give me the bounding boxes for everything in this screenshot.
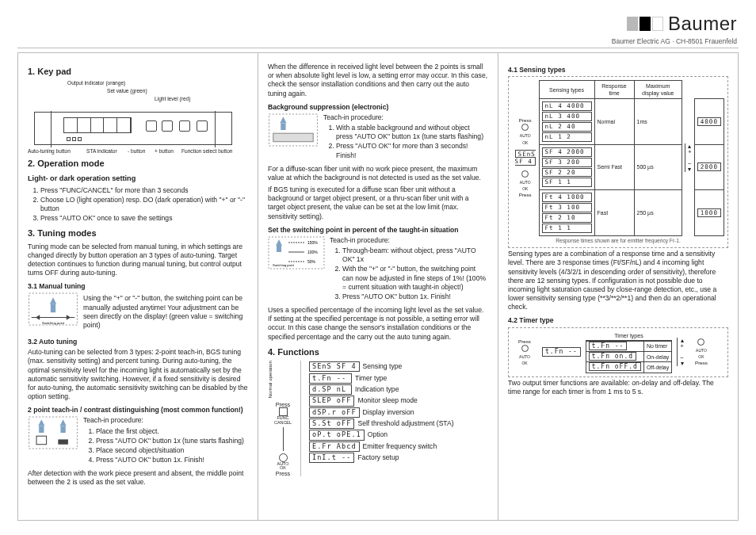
sub-light-dark: Light- or dark operation setting: [28, 174, 248, 184]
list-item: Place the first object.: [96, 427, 248, 436]
function-row: E.Fr AbcdEmitter frequency switch: [309, 441, 454, 452]
sensing-max: 1000: [694, 190, 724, 235]
th-sensing-types: Sensing types: [539, 81, 594, 99]
timer-row: t.Fn oFF.dOff-delay: [586, 362, 672, 373]
sensing-lcd: nL 1 2: [542, 132, 592, 142]
sensing-lcds: nL 4 4000nL 3 400nL 2 40nL 1 2: [539, 99, 594, 144]
list-item: Press "AUTO OK" button 1x (tune starts f…: [96, 437, 248, 445]
auto-tuning-desc: Auto-tuning can be selected from 3 types…: [28, 348, 248, 401]
functions-table: SEnS SF 4Sensing typet.Fn --Timer typed.…: [309, 361, 454, 476]
function-label: Option: [368, 430, 388, 439]
brand-subtitle: Baumer Electric AG · CH-8501 Frauenfeld: [612, 37, 737, 46]
sensing-types-desc: Sensing types are a combination of a res…: [508, 250, 728, 311]
list-item: With a stable background and without obj…: [336, 124, 488, 141]
func-cancel-label: FUNCCANCEL: [268, 416, 298, 425]
svg-rect-11: [60, 426, 65, 433]
sensing-max-lcd: 4000: [697, 117, 721, 126]
timer-label: No timer: [643, 341, 671, 351]
callout-func-btn: Function select button: [181, 148, 233, 155]
function-label: Self threshold adjustment (STA): [357, 419, 453, 428]
sensing-type-name: Normal: [594, 99, 634, 144]
function-label: Sensing type: [363, 362, 403, 371]
function-lcd: SEnS SF 4: [309, 361, 360, 372]
pct-proc-label: Teach-in procedure:: [330, 236, 488, 245]
svg-marker-8: [38, 420, 44, 426]
function-label: Indication type: [355, 385, 399, 394]
function-label: Emitter frequency switch: [363, 442, 437, 451]
svg-text:Switching point: Switching point: [42, 321, 65, 325]
callout-sta-ind: STA indicator: [86, 148, 117, 155]
function-lcd: t.Fn --: [309, 373, 352, 384]
function-label: Monitor sleep mode: [357, 396, 417, 405]
sensing-max-lcd: 1000: [697, 208, 721, 217]
sensing-lcd: Ft 4 1000: [542, 193, 592, 202]
sensing-max-lcd: 2000: [697, 162, 721, 171]
list-item: Press "FUNC/CANCEL" for more than 3 seco…: [40, 186, 248, 195]
sensing-time: 500 µs: [634, 144, 682, 189]
sensing-lcd: Ft 1 1: [542, 224, 592, 233]
timer-row: t.Fn --No timer: [586, 341, 672, 351]
function-lcd: InI.t --: [309, 453, 354, 463]
svg-marker-1: [50, 298, 56, 304]
function-label: Display inversion: [363, 408, 414, 417]
svg-rect-2: [51, 304, 55, 313]
sensing-max: 4000: [694, 99, 724, 144]
callout-set-value: Set value (green): [107, 88, 147, 95]
btn-plus: [179, 120, 190, 132]
column-2: When the difference in received light le…: [258, 53, 498, 520]
bgs-list: With a stable background and without obj…: [336, 124, 488, 160]
list-item: With the "+" or "-" button, the switchin…: [342, 265, 488, 292]
function-row: SLEP oFFMonitor sleep mode: [309, 396, 454, 406]
timer-label: On-delay: [643, 352, 671, 362]
svg-text:50%: 50%: [307, 259, 316, 264]
timer-lcd: t.Fn on.d: [589, 352, 636, 361]
svg-rect-13: [58, 440, 68, 445]
sub-timer-type: 4.2 Timer type: [508, 316, 728, 325]
sub-pct: Set the switching point in percent of th…: [268, 226, 488, 235]
svg-text:150%: 150%: [307, 240, 318, 245]
sensing-lcd: SF 1 1: [542, 178, 592, 187]
function-lcd: SLEP oFF: [309, 396, 354, 406]
fig-pct: 150% 100% 50% Switching point: [268, 236, 325, 269]
sensing-lcd: SF 3 200: [542, 158, 592, 167]
callout-inc-btn: + button: [155, 148, 174, 155]
callout-output-indicator: Output indicator (orange): [67, 80, 125, 87]
sub-auto-tuning: 3.2 Auto tuning: [28, 338, 248, 346]
brand-name: Baumer: [668, 11, 737, 36]
svg-marker-5: [36, 315, 40, 320]
svg-marker-10: [59, 420, 66, 426]
function-row: S.St oFFSelf threshold adjustment (STA): [309, 418, 454, 429]
sec-tuning-modes: 3. Tuning modes: [28, 227, 248, 239]
tuning-modes-desc: Tuning mode can be selected from manual …: [28, 243, 248, 278]
auto-ok-label: AUTOOK: [696, 348, 707, 359]
function-row: dSP.r oFFDisplay inversion: [309, 407, 454, 418]
list-item: Place second object/situation: [96, 446, 248, 455]
column-1: 1. Key pad Output indicator (orange) Set…: [18, 53, 258, 520]
list-item: Press "AUTO OK" once to save the setting…: [40, 214, 248, 223]
svg-text:Switching point: Switching point: [273, 263, 295, 267]
sensing-lcd-current: SEnS SF 4: [515, 150, 536, 166]
press-label: Press: [514, 117, 536, 124]
th-max-display: Maximum display value: [634, 81, 682, 99]
page-frame: 1. Key pad Output indicator (orange) Set…: [17, 52, 739, 521]
functions-controls: Normal operation Press FUNCCANCEL AUTOOK…: [268, 361, 301, 476]
sec-functions: 4. Functions: [268, 346, 488, 357]
sensing-type-name: Fast: [594, 190, 634, 235]
updown-arrows: ▴+−▾: [677, 338, 684, 366]
timer-lcd-current: t.Fn --: [542, 347, 581, 357]
callout-dec-btn: - button: [128, 148, 145, 155]
btn-auto-ok-icon: [697, 338, 704, 346]
list-item: Press "AUTO OK" for more than 3 seconds!…: [336, 142, 488, 159]
column-3: 4.1 Sensing types Press AUTOOK SEnS SF 4…: [498, 53, 738, 520]
function-label: Timer type: [355, 374, 387, 383]
function-row: SEnS SF 4Sensing type: [309, 361, 454, 372]
press-label: Press: [689, 360, 714, 366]
sec-operation-mode: 2. Operation mode: [28, 158, 248, 169]
bgs-proc-label: Teach-in procedure:: [323, 113, 488, 122]
sensing-lcd: nL 4 4000: [542, 101, 592, 111]
auto-ok-label: AUTOOK: [520, 133, 531, 144]
fig-2point-teachin: [28, 416, 78, 449]
sensing-lcd: Ft 3 100: [542, 203, 592, 212]
timer-lcd: t.Fn --: [589, 342, 628, 350]
sensing-lcd: SF 2 20: [542, 168, 592, 178]
